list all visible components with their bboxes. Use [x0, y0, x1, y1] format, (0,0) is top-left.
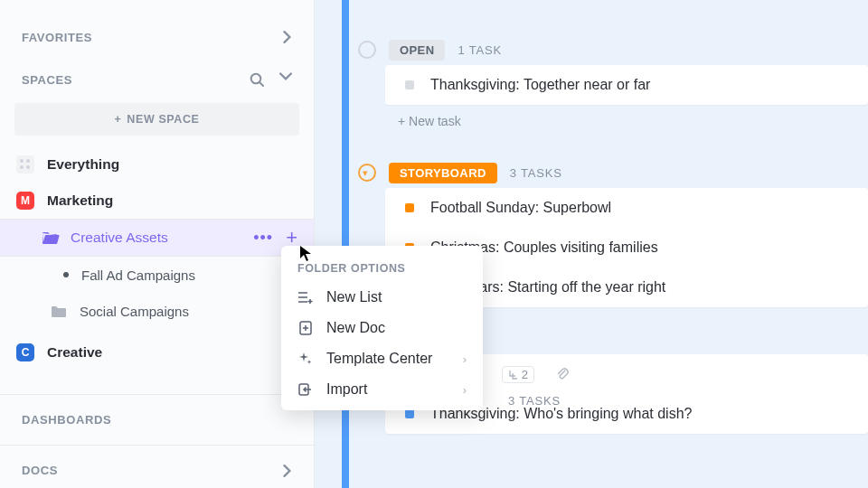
- chevron-right-icon: ›: [463, 352, 467, 366]
- task-row[interactable]: Thanksgiving: Together near or far: [385, 65, 868, 105]
- folder-open-icon: [42, 230, 60, 245]
- search-icon[interactable]: [250, 72, 265, 88]
- folder-options-popover: FOLDER OPTIONS New List New Doc Template…: [281, 246, 483, 410]
- cursor-icon: [299, 245, 314, 263]
- task-status-square[interactable]: [405, 203, 414, 212]
- popover-item-template-center[interactable]: Template Center ›: [281, 343, 483, 374]
- marketing-label: Marketing: [47, 192, 113, 209]
- status-pill[interactable]: OPEN: [389, 40, 445, 61]
- social-campaigns-label: Social Campaigns: [80, 304, 189, 319]
- task-title: Thanksgiving: Together near or far: [430, 77, 650, 93]
- group-header[interactable]: ▾ STORYBOARD 3 TASKS: [0, 157, 868, 188]
- sidebar-item-marketing[interactable]: M Marketing: [0, 183, 314, 219]
- sidebar-folder-creative-assets[interactable]: Creative Assets ••• +: [0, 219, 314, 257]
- status-circle-icon: [358, 41, 376, 59]
- popover-item-import[interactable]: Import ›: [281, 374, 483, 405]
- chevron-down-icon[interactable]: [279, 72, 292, 88]
- chevron-right-icon: ›: [463, 383, 467, 397]
- spaces-label: SPACES: [22, 73, 72, 87]
- task-count: 3 TASKS: [508, 394, 561, 408]
- creative-space-icon: C: [16, 343, 34, 361]
- spaces-section-header: SPACES: [0, 61, 314, 98]
- task-list: Thanksgiving: Together near or far: [385, 65, 868, 105]
- task-title: Football Sunday: Superbowl: [430, 200, 611, 216]
- ellipsis-icon[interactable]: •••: [253, 229, 273, 248]
- task-count: 1 TASK: [458, 43, 501, 57]
- new-space-label: NEW SPACE: [127, 113, 199, 126]
- task-status-square[interactable]: [405, 80, 414, 89]
- creative-label: Creative: [47, 344, 102, 361]
- doc-icon: [297, 321, 314, 335]
- task-row[interactable]: Football Sunday: Superbowl: [385, 188, 868, 228]
- fall-campaigns-label: Fall Ad Campaigns: [81, 267, 195, 283]
- list-dot-icon: [63, 272, 69, 277]
- list-icon: [297, 291, 314, 304]
- sidebar-list-fall-campaigns[interactable]: Fall Ad Campaigns: [0, 257, 314, 293]
- popover-item-label: Import: [326, 381, 367, 398]
- task-count: 3 TASKS: [510, 166, 562, 180]
- popover-item-new-doc[interactable]: New Doc: [281, 313, 483, 343]
- plus-icon: +: [114, 113, 121, 126]
- popover-item-new-list[interactable]: New List: [281, 282, 483, 313]
- popover-item-label: Template Center: [326, 351, 432, 367]
- sparkle-icon: [297, 352, 314, 366]
- popover-item-label: New List: [326, 289, 382, 305]
- chevron-right-icon: [283, 465, 292, 477]
- status-circle-icon: ▾: [358, 164, 376, 182]
- popover-item-label: New Doc: [326, 320, 385, 336]
- status-pill[interactable]: STORYBOARD: [389, 163, 497, 183]
- new-task-button[interactable]: + New task: [398, 105, 868, 137]
- docs-section[interactable]: DOCS: [0, 445, 314, 488]
- subtask-count-value: 2: [522, 368, 528, 381]
- sidebar-folder-social-campaigns[interactable]: Social Campaigns: [0, 293, 314, 329]
- sidebar-item-creative[interactable]: C Creative: [0, 334, 314, 371]
- status-group-open: OPEN 1 TASK Thanksgiving: Together near …: [315, 34, 868, 137]
- folder-icon: [51, 305, 67, 318]
- subtask-count[interactable]: 2: [502, 366, 534, 383]
- marketing-space-icon: M: [16, 192, 34, 210]
- group-header[interactable]: OPEN 1 TASK: [0, 34, 868, 65]
- docs-label: DOCS: [22, 464, 58, 477]
- new-space-button[interactable]: + NEW SPACE: [14, 103, 299, 136]
- import-icon: [297, 382, 314, 397]
- attachment-icon[interactable]: [556, 367, 569, 381]
- main-pane: OPEN 1 TASK Thanksgiving: Together near …: [315, 0, 868, 488]
- creative-assets-label: Creative Assets: [71, 230, 168, 246]
- new-task-label: + New task: [398, 114, 461, 128]
